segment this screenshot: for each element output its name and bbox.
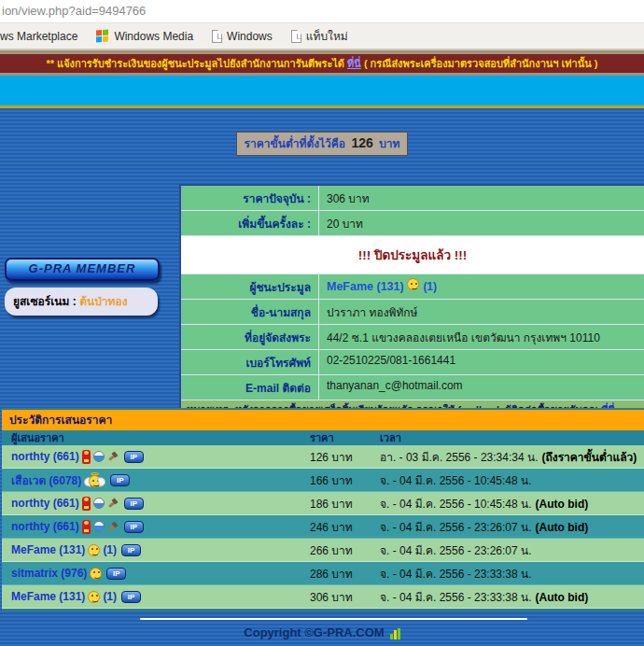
red-figure-icon bbox=[82, 520, 91, 534]
min-price-value: 126 bbox=[351, 135, 372, 150]
bid-price: 186 บาท bbox=[310, 495, 380, 513]
globe-icon bbox=[93, 498, 105, 509]
bid-price: 126 บาท bbox=[310, 448, 380, 466]
bid-time-cell: อา. - 03 มี.ค. 2556 - 23:34:34 น.(ถึงราค… bbox=[380, 448, 644, 466]
bidder-cell: MeFame (131) (1) IP bbox=[2, 590, 310, 603]
winner-value: MeFame (131) (1) bbox=[319, 274, 644, 299]
increment-row: เพิ่มขึ้นครั้งละ : 20 บาท bbox=[181, 211, 644, 235]
bid-price: 266 บาท bbox=[310, 541, 380, 559]
bid-row: MeFame (131) (1) IP 266 บาท จ. - 04 มี.ค… bbox=[2, 539, 644, 562]
page-icon bbox=[212, 30, 222, 43]
bid-price: 306 บาท bbox=[310, 588, 380, 606]
bookmark-windows[interactable]: Windows bbox=[212, 30, 273, 43]
column-time: เวลา bbox=[380, 429, 644, 446]
current-price-row: ราคาปัจจุบัน : 306 บาท bbox=[181, 186, 644, 210]
bid-row: MeFame (131) (1) IP 306 บาท จ. - 04 มี.ค… bbox=[2, 585, 644, 609]
email-row: E-mail ติดต่อ thanyanan_c@hotmail.com bbox=[181, 375, 644, 400]
bid-note: (Auto bid) bbox=[536, 591, 589, 604]
min-price-label: ราคาขั้นต่ำที่ตั้งไว้คือ 126 บาท bbox=[236, 132, 409, 156]
hit-counter-icon bbox=[390, 628, 400, 639]
footer-divider bbox=[140, 618, 527, 620]
ip-icon[interactable]: IP bbox=[124, 521, 144, 533]
bid-time: จ. - 04 มี.ค. 2556 - 10:45:48 น. bbox=[380, 498, 532, 511]
name-label: ชื่อ-นามสกุล bbox=[181, 300, 318, 324]
bid-time-cell: จ. - 04 มี.ค. 2556 - 23:26:07 น.(Auto bi… bbox=[380, 518, 644, 536]
footer: Copyright ©G-PRA.COM bbox=[0, 625, 644, 639]
notice-text-after: ( กรณีส่งพระเครื่องมาตรวจสอบที่สำนักงานฯ… bbox=[364, 58, 598, 69]
bid-row: northty (661) IP 126 บาท อา. - 03 มี.ค. … bbox=[2, 445, 644, 469]
ip-icon[interactable]: IP bbox=[124, 451, 144, 463]
angel-smiley-icon bbox=[84, 472, 105, 487]
winner-row: ผู้ชนะประมูล MeFame (131) (1) bbox=[181, 274, 644, 299]
smiley-icon bbox=[407, 278, 419, 290]
bidder-username-link[interactable]: northty (661) bbox=[11, 497, 79, 510]
cyan-band bbox=[0, 76, 644, 105]
address-row: ที่อยู่จัดส่งพระ 44/2 ซ.1 แขวงคลองเตยเหน… bbox=[181, 325, 644, 349]
increment-label: เพิ่มขึ้นครั้งละ : bbox=[181, 211, 318, 235]
bidder-cell: northty (661) IP bbox=[2, 520, 310, 534]
phone-label: เบอร์โทรศัพท์ bbox=[181, 350, 318, 374]
bookmarks-bar: ws Marketplace Windows Media Windows แท็… bbox=[0, 23, 644, 50]
bid-time-cell: จ. - 04 มี.ค. 2556 - 23:33:38 น. bbox=[380, 565, 644, 583]
shipping-address-label: ที่อยู่จัดส่งพระ bbox=[181, 325, 318, 349]
winner-username-link[interactable]: MeFame (131) bbox=[327, 280, 404, 293]
current-price-value: 306 บาท bbox=[319, 186, 644, 210]
feedback-count-link[interactable]: (1) bbox=[103, 543, 117, 556]
email-value: thanyanan_c@hotmail.com bbox=[319, 375, 644, 400]
phone-row: เบอร์โทรศัพท์ 02-2510225/081-1661441 bbox=[181, 350, 644, 374]
bidder-username-link[interactable]: sitmatrix (976) bbox=[11, 567, 87, 580]
bid-row: northty (661) IP 246 บาท จ. - 04 มี.ค. 2… bbox=[2, 515, 644, 539]
bid-note: (Auto bid) bbox=[536, 521, 589, 534]
gavel-icon bbox=[107, 498, 119, 510]
auction-info-table: ราคาปัจจุบัน : 306 บาท เพิ่มขึ้นครั้งละ … bbox=[179, 184, 644, 423]
feedback-count-link[interactable]: (1) bbox=[103, 590, 117, 603]
bookmark-windows-media[interactable]: Windows Media bbox=[96, 30, 193, 43]
bid-time: จ. - 04 มี.ค. 2556 - 23:33:38 น. bbox=[380, 568, 532, 581]
bookmark-marketplace[interactable]: ws Marketplace bbox=[0, 30, 77, 43]
name-value: ปวราภา ทองพิทักษ์ bbox=[319, 300, 644, 324]
increment-value: 20 บาท bbox=[319, 211, 644, 235]
shipping-address-value: 44/2 ซ.1 แขวงคลองเตยเหนือ เขตวัฒนา กรุงเ… bbox=[319, 325, 644, 349]
bidder-username-link[interactable]: เสือเวด (6078) bbox=[11, 471, 81, 489]
auction-closed-notice: !!! ปิดประมูลแล้ว !!! bbox=[181, 236, 644, 274]
bid-time: อา. - 03 มี.ค. 2556 - 23:34:34 น. bbox=[380, 451, 539, 464]
red-figure-icon bbox=[82, 450, 91, 464]
bid-table-bottom-edge bbox=[2, 609, 644, 611]
phone-value: 02-2510225/081-1661441 bbox=[319, 350, 644, 374]
bid-history-header: ผู้เสนอราคา ราคา เวลา bbox=[2, 430, 644, 445]
payment-notice-banner: ** แจ้งการรับชำระเงินของผู้ชนะประมูลไปยั… bbox=[0, 50, 644, 76]
min-price-suffix: บาท bbox=[379, 137, 399, 150]
ip-icon[interactable]: IP bbox=[110, 474, 130, 486]
ip-icon[interactable]: IP bbox=[121, 591, 141, 603]
bidder-username-link[interactable]: northty (661) bbox=[11, 450, 79, 463]
page-icon bbox=[291, 30, 301, 43]
bookmark-new-tab[interactable]: แท็บใหม่ bbox=[291, 27, 348, 45]
bid-price: 286 บาท bbox=[310, 565, 380, 583]
ip-icon[interactable]: IP bbox=[106, 568, 126, 580]
bidder-username-link[interactable]: MeFame (131) bbox=[11, 543, 85, 556]
bidder-cell: เสือเวด (6078) IP bbox=[2, 471, 310, 489]
address-url[interactable]: ion/view.php?aid=9494766 bbox=[2, 4, 146, 18]
gpra-member-button[interactable]: G-PRA MEMBER bbox=[5, 258, 160, 281]
bid-time-cell: จ. - 04 มี.ค. 2556 - 23:26:07 น. bbox=[380, 541, 644, 559]
bidder-cell: sitmatrix (976) IP bbox=[2, 567, 310, 580]
bidder-cell: northty (661) IP bbox=[2, 497, 310, 511]
bid-time: จ. - 04 มี.ค. 2556 - 10:45:48 น. bbox=[380, 474, 532, 487]
smiley-icon bbox=[88, 544, 100, 556]
address-bar[interactable]: ion/view.php?aid=9494766 bbox=[0, 0, 644, 23]
ip-icon[interactable]: IP bbox=[124, 498, 144, 510]
email-label: E-mail ติดต่อ bbox=[181, 375, 318, 400]
bidder-cell: MeFame (131) (1) IP bbox=[2, 543, 310, 556]
bidder-username-link[interactable]: northty (661) bbox=[11, 520, 79, 533]
bookmark-label: ws Marketplace bbox=[0, 30, 77, 43]
bid-time: จ. - 04 มี.ค. 2556 - 23:26:07 น. bbox=[380, 521, 532, 534]
bid-time-cell: จ. - 04 มี.ค. 2556 - 23:33:38 น.(Auto bi… bbox=[380, 588, 644, 606]
bidder-username-link[interactable]: MeFame (131) bbox=[11, 590, 85, 603]
username-box: ยูสเซอร์เนม : ต้นป่าทอง bbox=[5, 288, 158, 316]
notice-here-link[interactable]: ที่นี่ bbox=[347, 58, 361, 69]
bid-time-cell: จ. - 04 มี.ค. 2556 - 10:45:48 น. bbox=[380, 471, 644, 489]
ip-icon[interactable]: IP bbox=[121, 544, 141, 556]
bid-time: จ. - 04 มี.ค. 2556 - 23:26:07 น. bbox=[380, 544, 532, 557]
bidder-cell: northty (661) IP bbox=[2, 450, 310, 464]
bid-history-section: ประวัติการเสนอราคา ผู้เสนอราคา ราคา เวลา… bbox=[2, 408, 644, 611]
